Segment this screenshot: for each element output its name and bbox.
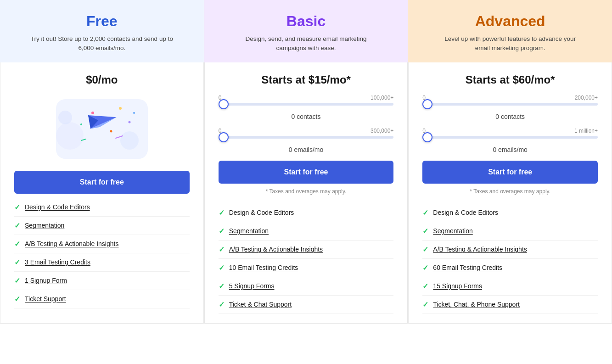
slider1-thumb-advanced[interactable] (422, 99, 432, 109)
feature-label-free-2[interactable]: A/B Testing & Actionable Insights (25, 240, 118, 247)
list-item: ✓Segmentation (422, 222, 598, 241)
list-item: ✓A/B Testing & Actionable Insights (219, 241, 394, 259)
feature-label-basic-2[interactable]: A/B Testing & Actionable Insights (229, 246, 323, 253)
slider-emails-section-advanced: 01 million+ (422, 128, 598, 139)
slider2-value-advanced: 0 emails/mo (422, 146, 598, 153)
check-icon: ✓ (219, 245, 225, 254)
feature-label-advanced-2[interactable]: A/B Testing & Actionable Insights (433, 246, 527, 253)
list-item: ✓Segmentation (219, 222, 394, 241)
slider1-max: 100,000+ (371, 95, 393, 101)
start-button-free[interactable]: Start for free (14, 171, 190, 194)
start-button-basic[interactable]: Start for free (219, 161, 394, 184)
feature-label-free-5[interactable]: Ticket Support (25, 295, 66, 302)
check-icon: ✓ (422, 282, 428, 291)
check-icon: ✓ (422, 300, 428, 309)
check-icon: ✓ (14, 240, 20, 248)
list-item: ✓Design & Code Editors (422, 204, 598, 222)
check-icon: ✓ (219, 300, 225, 309)
slider2-thumb-basic[interactable] (219, 132, 229, 142)
feature-label-free-3[interactable]: 3 Email Testing Credits (25, 258, 90, 266)
check-icon: ✓ (219, 263, 225, 272)
list-item: ✓60 Email Testing Credits (422, 259, 598, 277)
svg-point-7 (110, 130, 112, 132)
plan-body-basic: Starts at $15/mo*0100,000+0 contacts0300… (204, 62, 408, 324)
plan-column-advanced: AdvancedLevel up with powerful features … (408, 0, 612, 324)
slider2-value-basic: 0 emails/mo (219, 146, 394, 153)
check-icon: ✓ (14, 221, 20, 230)
paper-plane-svg (56, 99, 148, 159)
feature-label-advanced-1[interactable]: Segmentation (433, 227, 472, 235)
check-icon: ✓ (219, 227, 225, 235)
plan-column-basic: BasicDesign, send, and measure email mar… (204, 0, 409, 324)
slider1-value-basic: 0 contacts (219, 113, 394, 120)
feature-label-advanced-3[interactable]: 60 Email Testing Credits (433, 264, 502, 271)
plan-price-free: $0/mo (14, 73, 190, 86)
list-item: ✓5 Signup Forms (219, 277, 394, 296)
list-item: ✓A/B Testing & Actionable Insights (422, 241, 598, 259)
slider2-max: 300,000+ (371, 128, 393, 134)
list-item: ✓Segmentation (14, 217, 190, 235)
feature-label-free-0[interactable]: Design & Code Editors (25, 203, 90, 211)
feature-label-basic-5[interactable]: Ticket & Chat Support (229, 301, 292, 308)
plan-title-advanced: Advanced (417, 13, 603, 30)
slider1-track-advanced[interactable] (422, 103, 598, 106)
check-icon: ✓ (14, 258, 20, 267)
plan-price-advanced: Starts at $60/mo* (422, 73, 598, 86)
feature-label-basic-0[interactable]: Design & Code Editors (229, 209, 294, 216)
list-item: ✓3 Email Testing Credits (14, 253, 190, 272)
list-item: ✓15 Signup Forms (422, 277, 598, 296)
feature-label-advanced-0[interactable]: Design & Code Editors (433, 209, 498, 216)
check-icon: ✓ (219, 282, 225, 291)
plan-title-free: Free (9, 13, 195, 30)
check-icon: ✓ (14, 203, 20, 212)
slider2-max: 1 million+ (574, 128, 598, 134)
feature-label-advanced-5[interactable]: Ticket, Chat, & Phone Support (433, 301, 520, 308)
slider2-labels-basic: 0300,000+ (219, 128, 394, 134)
check-icon: ✓ (422, 245, 428, 254)
plan-header-advanced: AdvancedLevel up with powerful features … (408, 0, 612, 62)
plan-body-advanced: Starts at $60/mo*0200,000+0 contacts01 m… (408, 62, 612, 324)
feature-label-free-4[interactable]: 1 Signup Form (25, 277, 67, 284)
feature-label-free-1[interactable]: Segmentation (25, 222, 64, 229)
slider-emails-section-basic: 0300,000+ (219, 128, 394, 139)
slider1-thumb-basic[interactable] (219, 99, 229, 109)
plan-header-free: FreeTry it out! Store up to 2,000 contac… (0, 0, 204, 62)
feature-label-advanced-4[interactable]: 15 Signup Forms (433, 282, 482, 290)
slider1-value-advanced: 0 contacts (422, 113, 598, 120)
slider1-labels-basic: 0100,000+ (219, 95, 394, 101)
tax-note-advanced: * Taxes and overages may apply. (422, 188, 598, 195)
check-icon: ✓ (14, 276, 20, 285)
slider-contacts-section-basic: 0100,000+ (219, 95, 394, 106)
svg-point-3 (91, 112, 94, 114)
plan-price-basic: Starts at $15/mo* (219, 73, 394, 86)
feature-label-basic-3[interactable]: 10 Email Testing Credits (229, 264, 298, 271)
check-icon: ✓ (422, 263, 428, 272)
list-item: ✓Ticket & Chat Support (219, 296, 394, 314)
feature-list-advanced: ✓Design & Code Editors✓Segmentation✓A/B … (422, 204, 598, 314)
plan-description-free: Try it out! Store up to 2,000 contacts a… (28, 34, 175, 53)
slider1-labels-advanced: 0200,000+ (422, 95, 598, 101)
feature-label-basic-1[interactable]: Segmentation (229, 227, 269, 235)
slider1-max: 200,000+ (575, 95, 598, 101)
pricing-plans: FreeTry it out! Store up to 2,000 contac… (0, 0, 612, 324)
svg-point-2 (120, 131, 139, 150)
slider2-track-advanced[interactable] (422, 136, 598, 139)
slider1-track-basic[interactable] (219, 103, 394, 106)
list-item: ✓10 Email Testing Credits (219, 259, 394, 277)
slider2-track-basic[interactable] (219, 136, 394, 139)
list-item: ✓1 Signup Form (14, 272, 190, 290)
plan-illustration (14, 95, 190, 163)
list-item: ✓Ticket, Chat, & Phone Support (422, 296, 598, 314)
svg-point-0 (56, 122, 84, 150)
plan-title-basic: Basic (213, 13, 399, 30)
slider2-labels-advanced: 01 million+ (422, 128, 598, 134)
plan-header-basic: BasicDesign, send, and measure email mar… (204, 0, 408, 62)
list-item: ✓Design & Code Editors (219, 204, 394, 222)
svg-point-8 (133, 112, 135, 114)
slider2-thumb-advanced[interactable] (422, 132, 432, 142)
svg-point-4 (119, 107, 122, 110)
feature-label-basic-4[interactable]: 5 Signup Forms (229, 282, 275, 290)
start-button-advanced[interactable]: Start for free (422, 161, 598, 184)
slider-contacts-section-advanced: 0200,000+ (422, 95, 598, 106)
plan-description-advanced: Level up with powerful features to advan… (437, 34, 584, 53)
